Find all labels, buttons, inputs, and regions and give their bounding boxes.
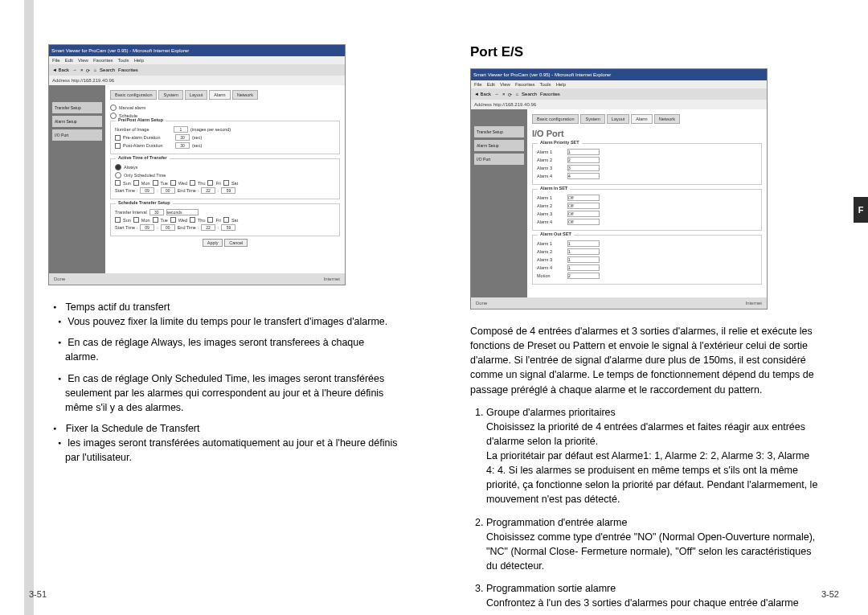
left-text-content: Temps actif du transfert Vous pouvez fix… xyxy=(48,300,398,465)
sub-line: En cas de réglage Only Scheduled Time, l… xyxy=(65,371,398,415)
end-h[interactable]: 22 xyxy=(201,187,215,194)
post-checkbox[interactable] xyxy=(115,143,121,149)
search-button[interactable]: Search xyxy=(100,68,115,72)
cancel-button[interactable]: Cancel xyxy=(224,239,248,247)
schedule-transfer-box: Schedule Transfer Setup Transfer Interva… xyxy=(110,203,340,236)
active-time-box: Active Time of Transfer Always Only Sche… xyxy=(110,158,340,199)
sub-line: les images seront transférées automatiqu… xyxy=(65,436,398,465)
bullet-title: Temps actif du transfert xyxy=(65,301,170,313)
status-bar: Done Internet xyxy=(49,273,345,285)
tab-system[interactable]: System xyxy=(158,90,182,100)
radio-scheduled[interactable] xyxy=(115,172,121,178)
forward-button[interactable]: → xyxy=(72,68,77,72)
alarm-priority-box: Alarm Priority SET Alarm 11 Alarm 22 Ala… xyxy=(532,143,762,185)
radio-manual[interactable] xyxy=(110,105,117,111)
box-title: Pre/Post Alarm Setup xyxy=(116,117,166,122)
tab-network[interactable]: Network xyxy=(232,90,258,100)
screenshot-io-port: Smart Viewer for ProCam (ver 0.95) - Mic… xyxy=(470,68,768,310)
toolbar: ◄ Back → × ⟳ ⌂ Search Favorites xyxy=(49,64,345,76)
nav-transfer-setup[interactable]: Transfer Setup xyxy=(474,126,524,137)
menu-item[interactable]: Help xyxy=(134,58,144,63)
address-label: Address xyxy=(52,78,70,83)
main-panel: Basic configuration System Layout Alarm … xyxy=(105,85,345,273)
menu-bar: File Edit View Favorites Tools Help xyxy=(49,56,345,64)
alarm-out-select[interactable]: 1 xyxy=(567,256,600,263)
alarm-out-select[interactable]: 1 xyxy=(567,248,600,255)
nav-alarm-setup[interactable]: Alarm Setup xyxy=(474,140,524,151)
interval-unit[interactable]: seconds xyxy=(166,209,199,215)
page-number: 3-52 xyxy=(821,589,839,599)
left-page: Smart Viewer for ProCam (ver 0.95) - Mic… xyxy=(0,0,434,615)
left-sidebar-stripe xyxy=(24,0,34,615)
apply-button[interactable]: Apply xyxy=(203,239,223,247)
alarm-in-select[interactable]: Off xyxy=(567,203,600,209)
section-heading: Port E/S xyxy=(470,44,820,60)
day-wed[interactable] xyxy=(170,180,176,186)
io-port-title: I/O Port xyxy=(532,129,762,138)
stop-button[interactable]: × xyxy=(80,68,84,72)
menu-item[interactable]: Tools xyxy=(118,58,129,63)
menu-item[interactable]: View xyxy=(78,58,88,63)
nav-alarm-setup[interactable]: Alarm Setup xyxy=(52,116,102,127)
priority-select[interactable]: 3 xyxy=(567,165,600,171)
priority-select[interactable]: 2 xyxy=(567,157,600,163)
top-tabs: Basic configuration System Layout Alarm … xyxy=(110,90,340,100)
prepost-alarm-box: Pre/Post Alarm Setup Number of Image1(im… xyxy=(110,121,340,154)
end-m[interactable]: 59 xyxy=(221,187,235,194)
tab-basic[interactable]: Basic configuration xyxy=(110,90,157,100)
refresh-button[interactable]: ⟳ xyxy=(86,68,90,73)
tab-alarm[interactable]: Alarm xyxy=(209,90,230,100)
radio-always[interactable] xyxy=(115,164,121,170)
priority-select[interactable]: 4 xyxy=(567,173,600,179)
alarm-in-select[interactable]: Off xyxy=(567,211,600,217)
menu-item[interactable]: Favorites xyxy=(93,58,113,63)
start-m[interactable]: 00 xyxy=(161,187,175,194)
nav-io-port[interactable]: I/O Port xyxy=(52,129,102,141)
start-h[interactable]: 09 xyxy=(140,187,154,194)
home-button[interactable]: ⌂ xyxy=(93,68,96,72)
alarm-in-select[interactable]: Off xyxy=(567,195,600,201)
menu-item[interactable]: File xyxy=(52,58,60,63)
interval-input[interactable]: 30 xyxy=(149,209,164,215)
side-nav: Transfer Setup Alarm Setup I/O Port xyxy=(49,85,105,273)
window-titlebar: Smart Viewer for ProCam (ver 0.95) - Mic… xyxy=(49,45,345,56)
priority-select[interactable]: 1 xyxy=(567,149,600,155)
status-right: Internet xyxy=(324,277,340,281)
pre-duration-input[interactable]: 30 xyxy=(175,134,190,141)
right-page: F Port E/S Smart Viewer for ProCam (ver … xyxy=(434,0,868,615)
section-tab-f: F xyxy=(854,197,868,223)
day-fri[interactable] xyxy=(207,180,213,186)
favorites-button[interactable]: Favorites xyxy=(118,68,138,72)
right-text-content: Composé de 4 entrées d'alarmes et 3 sort… xyxy=(470,324,820,610)
num-images-input[interactable]: 1 xyxy=(174,126,188,133)
day-sun[interactable] xyxy=(115,180,121,186)
list-item-3: Programmation sortie alamre Confrontez à… xyxy=(486,581,820,610)
day-thu[interactable] xyxy=(190,180,195,186)
nav-transfer-setup[interactable]: Transfer Setup xyxy=(52,102,102,113)
page-number: 3-51 xyxy=(29,589,47,599)
address-bar[interactable]: Address http://168.219.40.96 xyxy=(49,76,345,85)
nav-io-port[interactable]: I/O Port xyxy=(474,154,524,165)
status-left: Done xyxy=(54,277,65,281)
list-item-2: Programmation d'entrée alarme Choisissez… xyxy=(486,515,820,574)
window-title: Smart Viewer for ProCam (ver 0.95) - Mic… xyxy=(51,48,189,53)
back-button[interactable]: ◄ Back xyxy=(474,92,491,96)
menu-item[interactable]: Edit xyxy=(65,58,73,63)
list-item-1: Groupe d'alarmes prioritaires Choisissez… xyxy=(486,405,820,507)
alarm-in-select[interactable]: Off xyxy=(567,219,600,225)
day-tue[interactable] xyxy=(153,180,158,186)
alarm-out-select[interactable]: 1 xyxy=(567,264,600,271)
back-button[interactable]: ◄ Back xyxy=(52,68,69,72)
day-mon[interactable] xyxy=(133,180,139,186)
pre-checkbox[interactable] xyxy=(115,135,121,141)
post-duration-input[interactable]: 30 xyxy=(175,142,190,149)
bullet-title: Fixer la Schedule de Transfert xyxy=(66,423,200,434)
alarm-out-select[interactable]: 2 xyxy=(567,273,600,279)
alarm-out-select[interactable]: 1 xyxy=(567,240,600,247)
sub-line: Vous pouvez fixer la limite du temps pou… xyxy=(65,314,398,329)
intro-paragraph: Composé de 4 entrées d'alarmes et 3 sort… xyxy=(470,324,820,397)
day-sat[interactable] xyxy=(223,180,229,186)
address-value: http://168.219.40.96 xyxy=(72,78,114,83)
tab-layout[interactable]: Layout xyxy=(185,90,208,100)
sub-line: En cas de réglage Always, les images ser… xyxy=(65,335,398,364)
